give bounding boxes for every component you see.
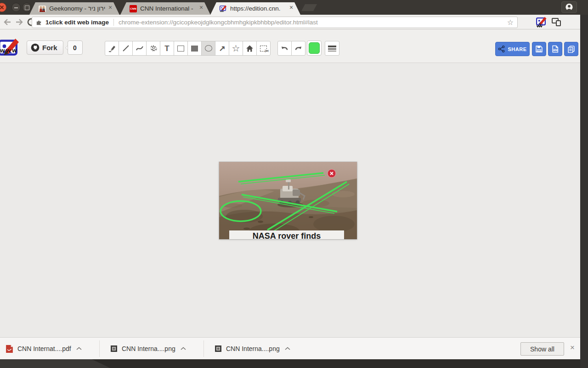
extension-name-label: 1click edit web image <box>45 19 109 26</box>
annotation-ellipse[interactable] <box>220 201 261 221</box>
app-logo-text: www <box>0 47 18 54</box>
copy-button[interactable] <box>564 42 578 56</box>
download-item[interactable]: CNN Internat....pdf <box>6 338 83 360</box>
tool-ellipse-button[interactable] <box>201 41 215 56</box>
curve-icon <box>136 44 144 52</box>
tab-editor-active[interactable]: https://edition.cnn. × <box>210 2 300 15</box>
save-icon <box>535 45 543 53</box>
annotation-layer[interactable] <box>219 162 357 239</box>
copy-icon <box>567 45 575 53</box>
omnibox-separator <box>113 19 114 26</box>
editor-canvas[interactable]: NASA rover finds <box>0 63 580 337</box>
tool-text-button[interactable]: T <box>160 41 174 56</box>
scissors-icon: ✂ <box>265 48 269 54</box>
download-item[interactable]: CNN Interna....png <box>110 338 187 360</box>
arrow-icon: ↗ <box>219 45 225 52</box>
save-button[interactable] <box>532 42 546 56</box>
edited-image[interactable]: NASA rover finds <box>219 162 357 239</box>
download-filename: CNN Internat....pdf <box>17 345 71 352</box>
close-downloads-bar-icon[interactable]: × <box>568 343 577 352</box>
github-icon <box>31 43 40 52</box>
tab-devices-icon[interactable] <box>551 17 562 28</box>
tab-cnn-international[interactable]: CNN CNN International - × <box>120 2 210 15</box>
home-icon <box>246 45 254 52</box>
puzzle-icon <box>36 19 43 26</box>
line-width-icon <box>328 46 336 47</box>
forward-icon[interactable] <box>14 17 25 28</box>
share-icon <box>498 46 505 52</box>
tool-star-button[interactable]: ☆ <box>229 41 243 56</box>
share-label: SHARE <box>508 46 526 52</box>
github-fork-widget: Fork 0 <box>27 40 83 55</box>
share-button[interactable]: SHARE <box>495 42 530 56</box>
rectangle-outline-icon <box>177 46 184 52</box>
tab-title: Geekonomy - ירון ניר <box>49 5 105 12</box>
spray-icon <box>149 44 158 52</box>
download-filename: CNN Interna....png <box>122 345 175 352</box>
profile-avatar-button[interactable] <box>561 1 577 13</box>
fork-label: Fork <box>42 44 57 52</box>
delete-annotation-button[interactable] <box>328 169 336 178</box>
show-all-downloads-button[interactable]: Show all <box>520 342 564 356</box>
tool-curve-button[interactable] <box>132 41 147 56</box>
browser-navbar: 1click edit web image chrome-extension:/… <box>0 15 580 29</box>
people-icon <box>39 5 46 12</box>
tool-line-button[interactable] <box>119 41 133 56</box>
tool-home-button[interactable] <box>243 41 257 56</box>
editor-toolbar: www Fork 0 <box>0 29 580 63</box>
redo-button[interactable] <box>291 41 305 56</box>
save-pdf-button[interactable]: PDF <box>548 42 562 56</box>
tab-close-icon[interactable]: × <box>288 4 295 12</box>
image-file-icon <box>215 345 222 352</box>
fork-button[interactable]: Fork <box>27 40 63 55</box>
tool-filled-rectangle-button[interactable] <box>187 41 202 56</box>
shelf-divider <box>99 340 100 357</box>
profile-icon <box>562 2 577 12</box>
image-caption: NASA rover finds <box>229 230 344 239</box>
fork-count[interactable]: 0 <box>68 40 83 55</box>
tool-crop-button[interactable]: ✂ <box>256 41 271 56</box>
window-titlebar: Geekonomy - ירון ניר × CNN CNN Internati… <box>0 0 588 15</box>
tool-spray-button[interactable] <box>146 41 160 56</box>
undo-button[interactable] <box>277 41 292 56</box>
back-icon[interactable] <box>2 17 13 28</box>
download-filename: CNN Interna....png <box>226 345 280 352</box>
line-icon <box>122 44 130 52</box>
tab-geekonomy[interactable]: Geekonomy - ירון ניר × <box>29 2 119 15</box>
download-menu-chevron-icon[interactable] <box>284 345 291 352</box>
address-bar[interactable]: 1click edit web image chrome-extension:/… <box>32 17 518 28</box>
annotation-line[interactable] <box>272 184 349 232</box>
tool-arrow-button[interactable]: ↗ <box>215 41 229 56</box>
cnn-icon: CNN <box>130 5 137 12</box>
shelf-divider <box>204 340 204 357</box>
current-color-swatch <box>309 42 320 54</box>
pdf-file-icon <box>6 345 13 353</box>
tool-rectangle-button[interactable] <box>174 41 188 56</box>
window-maximize-button[interactable] <box>22 3 31 12</box>
image-editor-extension-icon <box>220 5 227 12</box>
download-menu-chevron-icon[interactable] <box>75 345 83 352</box>
caption-text: NASA rover finds <box>253 230 321 239</box>
annotation-line[interactable] <box>238 173 323 182</box>
download-item[interactable]: CNN Interna....png <box>215 338 291 360</box>
marker-icon <box>108 44 116 52</box>
desktop-edge-bottom <box>0 359 580 368</box>
new-tab-button[interactable] <box>301 4 317 11</box>
tab-close-icon[interactable]: × <box>107 4 114 12</box>
line-width-button[interactable] <box>325 41 339 56</box>
window-minimize-button[interactable] <box>11 3 21 12</box>
tab-close-icon[interactable]: × <box>198 4 205 12</box>
svg-text:PDF: PDF <box>553 49 557 51</box>
tab-title: https://edition.cnn. <box>230 5 281 12</box>
bookmark-star-icon[interactable]: ☆ <box>507 18 514 27</box>
tool-marker-button[interactable] <box>105 41 119 56</box>
crop-icon: ✂ <box>260 46 267 52</box>
edit-extension-toolbar-icon[interactable] <box>536 17 547 28</box>
undo-icon <box>280 44 289 53</box>
download-menu-chevron-icon[interactable] <box>180 345 187 352</box>
star-icon: ☆ <box>232 44 240 53</box>
tab-title: CNN International - <box>140 5 193 12</box>
desktop-shadow-shape <box>0 359 110 368</box>
window-close-button[interactable] <box>0 3 6 12</box>
color-picker-button[interactable] <box>307 40 322 56</box>
